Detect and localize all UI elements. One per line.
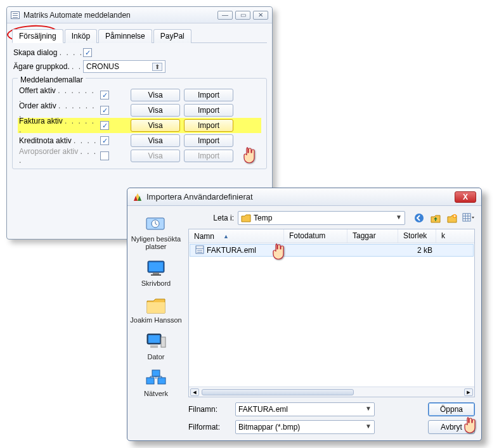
chevron-down-icon: ▼ bbox=[365, 405, 372, 412]
svg-rect-5 bbox=[151, 274, 161, 276]
file-size: 2 kB bbox=[399, 245, 437, 256]
filnamn-label: Filnamn: bbox=[188, 405, 230, 414]
place-user-label: Joakim Hansson bbox=[130, 316, 181, 324]
svg-rect-9 bbox=[150, 345, 158, 348]
filformat-combo[interactable]: Bitmappar (*.bmp) ▼ bbox=[235, 420, 375, 434]
col-taggar[interactable]: Taggar bbox=[347, 229, 398, 243]
scroll-left-icon[interactable]: ◄ bbox=[190, 388, 199, 396]
file-open-dialog: Importera Användardefinierat X Nyligen b… bbox=[127, 188, 482, 441]
svg-rect-12 bbox=[152, 370, 160, 376]
sort-asc-icon: ▲ bbox=[223, 233, 229, 240]
maximize-button[interactable]: ▭ bbox=[235, 11, 250, 20]
desktop-icon bbox=[145, 258, 167, 278]
agare-gruppkod-field[interactable]: CRONUS ⬆ bbox=[83, 60, 165, 73]
folder-icon bbox=[241, 214, 251, 222]
lookin-value: Temp bbox=[254, 214, 272, 222]
row-offert: Offert aktiv . . . . . . . Visa Import bbox=[18, 87, 261, 103]
meddelandemallar-group: Meddelandemallar Offert aktiv . . . . . … bbox=[12, 78, 267, 169]
avropsorder-import-button[interactable]: Import bbox=[184, 150, 233, 162]
horizontal-scrollbar[interactable]: ◄ ► bbox=[189, 387, 474, 397]
svg-rect-8 bbox=[161, 337, 165, 347]
computer-icon bbox=[145, 331, 167, 352]
network-icon bbox=[145, 368, 167, 388]
scroll-right-icon[interactable]: ► bbox=[464, 388, 473, 396]
file-dialog-title: Importera Användardefinierat bbox=[146, 192, 253, 202]
meddelandemallar-legend: Meddelandemallar bbox=[18, 75, 86, 84]
lookin-combo[interactable]: Temp ▼ bbox=[238, 211, 405, 225]
matriks-title: Matriks Automate meddelanden bbox=[23, 11, 131, 20]
place-computer[interactable]: Dator bbox=[145, 329, 167, 363]
tab-forsaljning[interactable]: Försäljning bbox=[12, 29, 63, 43]
skapa-dialog-label: Skapa dialog . . . . bbox=[13, 48, 83, 57]
col-storlek[interactable]: Storlek bbox=[398, 229, 436, 243]
file-type-icon bbox=[195, 245, 204, 256]
svg-rect-15 bbox=[463, 214, 470, 221]
row-order: Order aktiv . . . . . . . Visa Import bbox=[18, 103, 261, 118]
dialog-app-icon bbox=[133, 192, 143, 202]
scroll-thumb[interactable] bbox=[202, 389, 354, 395]
col-extra[interactable]: k bbox=[436, 229, 450, 243]
recent-places-icon bbox=[145, 214, 167, 234]
col-fotodatum[interactable]: Fotodatum bbox=[284, 229, 347, 243]
place-recent[interactable]: Nyligen besökta platser bbox=[129, 211, 183, 253]
filformat-label: Filformat: bbox=[188, 423, 230, 432]
avropsorder-checkbox[interactable] bbox=[100, 151, 109, 160]
place-desktop[interactable]: Skrivbord bbox=[141, 255, 171, 290]
faktura-visa-button[interactable]: Visa bbox=[131, 119, 180, 132]
filnamn-value: FAKTURA.eml bbox=[238, 405, 288, 414]
svg-rect-4 bbox=[153, 272, 159, 274]
file-row-selected[interactable]: FAKTURA.eml 2 kB bbox=[190, 244, 474, 257]
order-checkbox[interactable] bbox=[100, 106, 109, 115]
col-name[interactable]: Namn▲ bbox=[189, 229, 284, 243]
svg-point-13 bbox=[415, 214, 424, 222]
tab-inkop[interactable]: Inköp bbox=[65, 29, 97, 43]
file-dialog-titlebar: Importera Användardefinierat X bbox=[127, 188, 481, 206]
tab-paypal[interactable]: PayPal bbox=[153, 29, 191, 43]
tab-paminnelse[interactable]: Påminnelse bbox=[98, 29, 152, 43]
setup-tabs: Försäljning Inköp Påminnelse PayPal bbox=[12, 29, 267, 43]
faktura-import-button[interactable]: Import bbox=[184, 119, 233, 132]
filformat-value: Bitmappar (*.bmp) bbox=[238, 423, 300, 432]
place-recent-label: Nyligen besökta platser bbox=[129, 235, 183, 250]
svg-rect-7 bbox=[148, 335, 160, 343]
file-name: FAKTURA.eml bbox=[207, 246, 256, 255]
user-folder-icon bbox=[145, 295, 167, 315]
place-network[interactable]: Nätverk bbox=[144, 366, 168, 400]
place-user[interactable]: Joakim Hansson bbox=[130, 292, 181, 326]
skapa-dialog-checkbox[interactable] bbox=[83, 48, 92, 57]
file-list-header: Namn▲ Fotodatum Taggar Storlek k bbox=[189, 229, 474, 243]
new-folder-button[interactable] bbox=[446, 212, 458, 224]
offert-visa-button[interactable]: Visa bbox=[131, 89, 180, 101]
offert-import-button[interactable]: Import bbox=[184, 89, 233, 101]
place-computer-label: Dator bbox=[148, 353, 165, 361]
filnamn-combo[interactable]: FAKTURA.eml ▼ bbox=[235, 402, 375, 416]
chevron-down-icon: ▼ bbox=[396, 214, 402, 221]
order-visa-button[interactable]: Visa bbox=[131, 104, 180, 117]
file-list: Namn▲ Fotodatum Taggar Storlek k FAKTURA… bbox=[188, 229, 475, 397]
row-avropsorder: Avropsorder aktiv . . . . Visa Import bbox=[18, 148, 261, 163]
view-menu-button[interactable] bbox=[462, 212, 475, 224]
order-import-button[interactable]: Import bbox=[184, 104, 233, 117]
row-faktura: Faktura aktiv . . . . . . Visa Import bbox=[18, 118, 261, 133]
lookin-label: Leta i: bbox=[188, 214, 234, 222]
cancel-button[interactable]: Avbryt bbox=[428, 420, 475, 434]
row-kreditnota: Kreditnota aktiv . . . . Visa Import bbox=[18, 133, 261, 148]
app-icon bbox=[11, 11, 20, 19]
close-button[interactable]: ✕ bbox=[253, 11, 268, 20]
svg-rect-11 bbox=[158, 378, 165, 384]
up-one-level-button[interactable] bbox=[429, 212, 442, 224]
kreditnota-checkbox[interactable] bbox=[100, 136, 109, 145]
kreditnota-visa-button[interactable]: Visa bbox=[131, 134, 180, 147]
faktura-checkbox[interactable] bbox=[100, 121, 109, 130]
avropsorder-visa-button: Visa bbox=[131, 150, 180, 162]
place-network-label: Nätverk bbox=[144, 390, 168, 397]
agare-label: Ägare gruppkod. . . . . bbox=[13, 62, 83, 71]
open-button[interactable]: Öppna bbox=[428, 402, 475, 416]
kreditnota-import-button[interactable]: Import bbox=[184, 134, 233, 147]
place-desktop-label: Skrivbord bbox=[141, 279, 171, 287]
dialog-close-button[interactable]: X bbox=[455, 191, 476, 203]
lookup-icon[interactable]: ⬆ bbox=[152, 63, 162, 71]
back-button[interactable] bbox=[413, 212, 425, 224]
offert-checkbox[interactable] bbox=[100, 91, 109, 99]
minimize-button[interactable]: — bbox=[217, 11, 233, 20]
